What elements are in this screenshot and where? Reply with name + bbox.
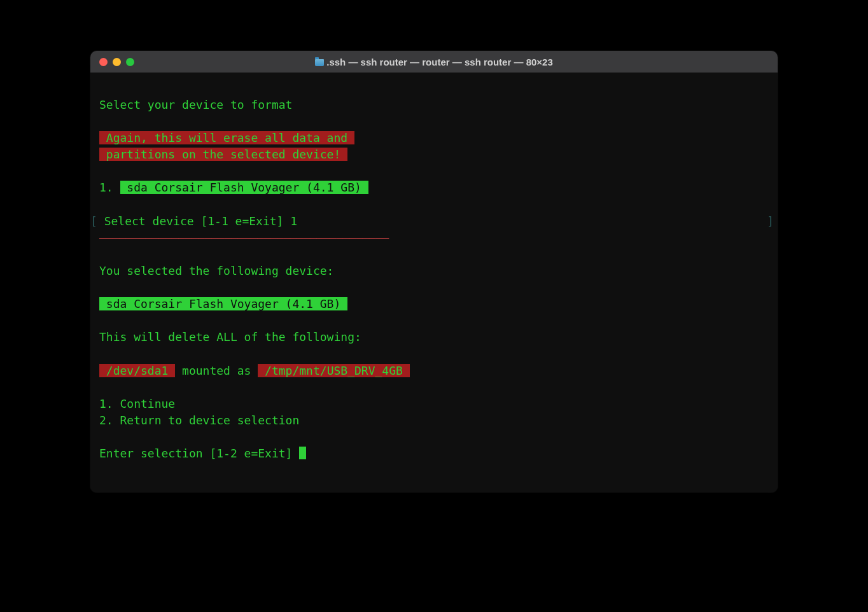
window-title: .ssh — ssh router — router — ssh router … <box>90 57 778 67</box>
window-titlebar[interactable]: .ssh — ssh router — router — ssh router … <box>90 51 778 73</box>
traffic-lights <box>99 58 134 66</box>
minimize-button[interactable] <box>113 58 121 66</box>
divider-line: ————————————————————————————————————————… <box>99 231 389 244</box>
select-device-prompt: Select device [1-1 e=Exit] 1 <box>97 214 297 228</box>
terminal-body[interactable]: Select your device to format Again, this… <box>90 73 778 492</box>
warning-line-2: partitions on the selected device! <box>99 148 347 161</box>
selected-device-heading: You selected the following device: <box>99 264 333 277</box>
cursor <box>299 447 306 459</box>
option-continue: 1. Continue <box>99 397 175 410</box>
device-list-number: 1. <box>99 181 120 194</box>
folder-icon <box>315 59 324 66</box>
terminal-window: .ssh — ssh router — router — ssh router … <box>90 51 778 492</box>
select-device-header: Select your device to format <box>99 98 292 111</box>
selected-device: sda Corsair Flash Voyager (4.1 GB) <box>99 297 347 310</box>
close-button[interactable] <box>99 58 108 66</box>
prompt-bracket-left: [ <box>90 214 97 228</box>
enter-selection-prompt: Enter selection [1-2 e=Exit] <box>99 447 299 460</box>
prompt-bracket-right: ] <box>767 213 774 230</box>
option-return: 2. Return to device selection <box>99 414 299 427</box>
warning-line-1: Again, this will erase all data and <box>99 131 354 144</box>
zoom-button[interactable] <box>126 58 134 66</box>
device-list-item-1: sda Corsair Flash Voyager (4.1 GB) <box>120 181 368 194</box>
mounted-as-label: mounted as <box>175 364 258 377</box>
delete-mount-path: /tmp/mnt/USB_DRV_4GB <box>258 364 409 377</box>
delete-warning-heading: This will delete ALL of the following: <box>99 330 361 344</box>
window-title-text: .ssh — ssh router — router — ssh router … <box>326 57 553 67</box>
delete-device-path: /dev/sda1 <box>99 364 175 377</box>
